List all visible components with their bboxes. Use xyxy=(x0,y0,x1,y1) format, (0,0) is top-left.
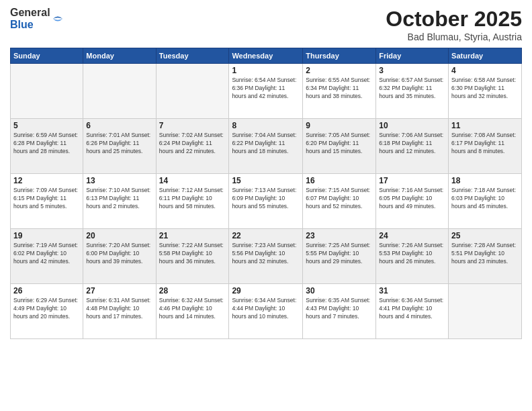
day-info: Sunrise: 7:01 AM Sunset: 6:26 PM Dayligh… xyxy=(86,132,152,156)
day-info: Sunrise: 7:04 AM Sunset: 6:22 PM Dayligh… xyxy=(232,132,300,156)
day-number: 12 xyxy=(13,176,80,185)
day-number: 31 xyxy=(379,286,445,295)
day-number: 18 xyxy=(451,176,519,185)
day-info: Sunrise: 7:02 AM Sunset: 6:24 PM Dayligh… xyxy=(159,132,226,156)
day-number: 10 xyxy=(379,121,445,130)
day-number: 25 xyxy=(451,231,519,240)
calendar-day-cell: 20Sunrise: 7:20 AM Sunset: 6:00 PM Dayli… xyxy=(83,229,156,284)
day-info: Sunrise: 7:06 AM Sunset: 6:18 PM Dayligh… xyxy=(379,132,445,156)
calendar-day-cell xyxy=(11,64,83,119)
calendar-day-cell: 4Sunrise: 6:58 AM Sunset: 6:30 PM Daylig… xyxy=(449,64,522,119)
day-info: Sunrise: 6:57 AM Sunset: 6:32 PM Dayligh… xyxy=(379,77,445,101)
calendar-day-cell: 14Sunrise: 7:12 AM Sunset: 6:11 PM Dayli… xyxy=(156,174,229,229)
day-number: 24 xyxy=(379,231,445,240)
calendar-day-cell: 9Sunrise: 7:05 AM Sunset: 6:20 PM Daylig… xyxy=(303,119,376,174)
calendar: SundayMondayTuesdayWednesdayThursdayFrid… xyxy=(10,48,522,339)
day-number: 27 xyxy=(86,286,152,295)
calendar-day-cell: 17Sunrise: 7:16 AM Sunset: 6:05 PM Dayli… xyxy=(376,174,449,229)
day-info: Sunrise: 7:25 AM Sunset: 5:55 PM Dayligh… xyxy=(306,242,373,266)
calendar-day-cell: 11Sunrise: 7:08 AM Sunset: 6:17 PM Dayli… xyxy=(449,119,522,174)
day-number: 15 xyxy=(232,176,300,185)
day-info: Sunrise: 7:19 AM Sunset: 6:02 PM Dayligh… xyxy=(13,242,80,266)
day-info: Sunrise: 6:32 AM Sunset: 4:46 PM Dayligh… xyxy=(159,297,226,321)
weekday-header: Monday xyxy=(83,48,156,64)
header: General Blue October 2025 Bad Blumau, St… xyxy=(10,7,522,42)
day-info: Sunrise: 6:35 AM Sunset: 4:43 PM Dayligh… xyxy=(306,297,373,321)
day-number: 1 xyxy=(232,66,300,75)
calendar-day-cell: 7Sunrise: 7:02 AM Sunset: 6:24 PM Daylig… xyxy=(156,119,229,174)
calendar-day-cell: 25Sunrise: 7:28 AM Sunset: 5:51 PM Dayli… xyxy=(449,229,522,284)
calendar-week-row: 1Sunrise: 6:54 AM Sunset: 6:36 PM Daylig… xyxy=(11,64,522,119)
day-info: Sunrise: 7:26 AM Sunset: 5:53 PM Dayligh… xyxy=(379,242,445,266)
calendar-day-cell: 21Sunrise: 7:22 AM Sunset: 5:58 PM Dayli… xyxy=(156,229,229,284)
calendar-day-cell: 22Sunrise: 7:23 AM Sunset: 5:56 PM Dayli… xyxy=(229,229,303,284)
day-number: 29 xyxy=(232,286,300,295)
calendar-day-cell: 15Sunrise: 7:13 AM Sunset: 6:09 PM Dayli… xyxy=(229,174,303,229)
calendar-day-cell: 16Sunrise: 7:15 AM Sunset: 6:07 PM Dayli… xyxy=(303,174,376,229)
calendar-day-cell: 18Sunrise: 7:18 AM Sunset: 6:03 PM Dayli… xyxy=(449,174,522,229)
day-info: Sunrise: 7:09 AM Sunset: 6:15 PM Dayligh… xyxy=(13,187,80,211)
day-info: Sunrise: 6:58 AM Sunset: 6:30 PM Dayligh… xyxy=(451,77,519,101)
logo: General Blue xyxy=(10,7,64,30)
day-number: 21 xyxy=(159,231,226,240)
calendar-day-cell xyxy=(156,64,229,119)
calendar-day-cell: 19Sunrise: 7:19 AM Sunset: 6:02 PM Dayli… xyxy=(11,229,83,284)
day-number: 5 xyxy=(13,121,80,130)
day-info: Sunrise: 7:05 AM Sunset: 6:20 PM Dayligh… xyxy=(306,132,373,156)
day-info: Sunrise: 7:13 AM Sunset: 6:09 PM Dayligh… xyxy=(232,187,300,211)
day-info: Sunrise: 7:16 AM Sunset: 6:05 PM Dayligh… xyxy=(379,187,445,211)
day-info: Sunrise: 6:34 AM Sunset: 4:44 PM Dayligh… xyxy=(232,297,300,321)
day-number: 6 xyxy=(86,121,152,130)
day-number: 22 xyxy=(232,231,300,240)
weekday-header: Sunday xyxy=(11,48,83,64)
day-number: 14 xyxy=(159,176,226,185)
day-number: 7 xyxy=(159,121,226,130)
day-number: 30 xyxy=(306,286,373,295)
calendar-day-cell: 1Sunrise: 6:54 AM Sunset: 6:36 PM Daylig… xyxy=(229,64,303,119)
day-info: Sunrise: 6:54 AM Sunset: 6:36 PM Dayligh… xyxy=(232,77,300,101)
day-number: 13 xyxy=(86,176,152,185)
page: General Blue October 2025 Bad Blumau, St… xyxy=(0,0,532,411)
calendar-day-cell: 12Sunrise: 7:09 AM Sunset: 6:15 PM Dayli… xyxy=(11,174,83,229)
day-info: Sunrise: 6:29 AM Sunset: 4:49 PM Dayligh… xyxy=(13,297,80,321)
day-number: 8 xyxy=(232,121,300,130)
day-number: 19 xyxy=(13,231,80,240)
day-number: 2 xyxy=(306,66,373,75)
calendar-day-cell: 24Sunrise: 7:26 AM Sunset: 5:53 PM Dayli… xyxy=(376,229,449,284)
day-info: Sunrise: 7:18 AM Sunset: 6:03 PM Dayligh… xyxy=(451,187,519,211)
day-info: Sunrise: 6:36 AM Sunset: 4:41 PM Dayligh… xyxy=(379,297,445,321)
logo-general: General xyxy=(10,7,50,19)
location-subtitle: Bad Blumau, Styria, Austria xyxy=(386,32,522,42)
calendar-day-cell: 13Sunrise: 7:10 AM Sunset: 6:13 PM Dayli… xyxy=(83,174,156,229)
day-number: 17 xyxy=(379,176,445,185)
day-info: Sunrise: 7:08 AM Sunset: 6:17 PM Dayligh… xyxy=(451,132,519,156)
calendar-day-cell: 27Sunrise: 6:31 AM Sunset: 4:48 PM Dayli… xyxy=(83,284,156,339)
calendar-day-cell: 30Sunrise: 6:35 AM Sunset: 4:43 PM Dayli… xyxy=(303,284,376,339)
weekday-header: Friday xyxy=(376,48,449,64)
month-title: October 2025 xyxy=(386,7,522,32)
weekday-header-row: SundayMondayTuesdayWednesdayThursdayFrid… xyxy=(11,48,522,64)
day-info: Sunrise: 7:10 AM Sunset: 6:13 PM Dayligh… xyxy=(86,187,152,211)
calendar-day-cell xyxy=(449,284,522,339)
day-info: Sunrise: 6:31 AM Sunset: 4:48 PM Dayligh… xyxy=(86,297,152,321)
calendar-day-cell: 3Sunrise: 6:57 AM Sunset: 6:32 PM Daylig… xyxy=(376,64,449,119)
day-number: 3 xyxy=(379,66,445,75)
day-info: Sunrise: 7:12 AM Sunset: 6:11 PM Dayligh… xyxy=(159,187,226,211)
title-block: October 2025 Bad Blumau, Styria, Austria xyxy=(386,7,522,42)
weekday-header: Saturday xyxy=(449,48,522,64)
calendar-week-row: 26Sunrise: 6:29 AM Sunset: 4:49 PM Dayli… xyxy=(11,284,522,339)
weekday-header: Tuesday xyxy=(156,48,229,64)
weekday-header: Thursday xyxy=(303,48,376,64)
calendar-day-cell: 6Sunrise: 7:01 AM Sunset: 6:26 PM Daylig… xyxy=(83,119,156,174)
calendar-day-cell: 29Sunrise: 6:34 AM Sunset: 4:44 PM Dayli… xyxy=(229,284,303,339)
calendar-day-cell: 5Sunrise: 6:59 AM Sunset: 6:28 PM Daylig… xyxy=(11,119,83,174)
weekday-header: Wednesday xyxy=(229,48,303,64)
day-info: Sunrise: 6:59 AM Sunset: 6:28 PM Dayligh… xyxy=(13,132,80,156)
day-info: Sunrise: 7:28 AM Sunset: 5:51 PM Dayligh… xyxy=(451,242,519,266)
day-info: Sunrise: 7:15 AM Sunset: 6:07 PM Dayligh… xyxy=(306,187,373,211)
day-number: 28 xyxy=(159,286,226,295)
logo-icon xyxy=(52,13,64,25)
calendar-day-cell xyxy=(83,64,156,119)
calendar-day-cell: 28Sunrise: 6:32 AM Sunset: 4:46 PM Dayli… xyxy=(156,284,229,339)
day-info: Sunrise: 6:55 AM Sunset: 6:34 PM Dayligh… xyxy=(306,77,373,101)
